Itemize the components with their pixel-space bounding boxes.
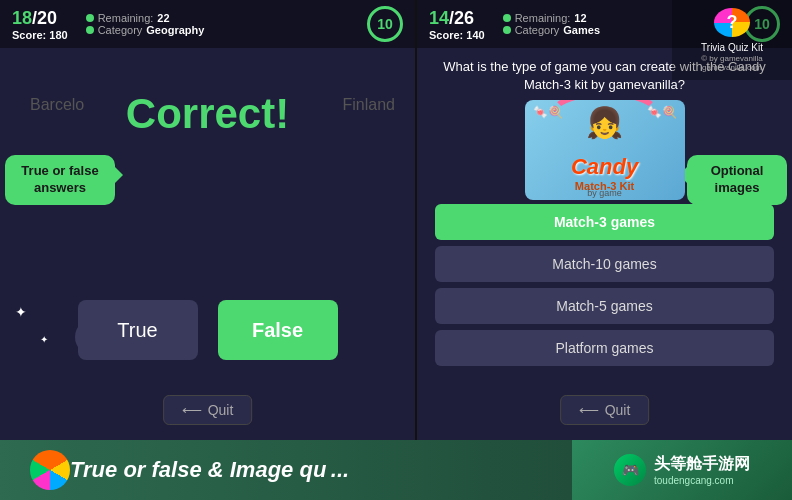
left-remaining-row: Remaining: 22 (86, 12, 205, 24)
chinese-logo-icon: 🎮 (622, 462, 639, 478)
chinese-logo-circle: 🎮 (614, 454, 646, 486)
quit-icon-left: ⟵ (182, 402, 202, 418)
answer-option-0[interactable]: Match-3 games (435, 204, 774, 240)
star-deco-2: ✦ (40, 334, 48, 345)
left-score-fraction: 18/20 (12, 8, 68, 29)
true-false-buttons: True False (78, 300, 338, 360)
remaining-dot-icon (86, 14, 94, 22)
right-remaining-row: Remaining: 12 (503, 12, 600, 24)
chinese-overlay: 🎮 头等舱手游网 toudengcang.com (572, 440, 792, 500)
answer-option-1[interactable]: Match-10 games (435, 246, 774, 282)
left-score-current: 18 (12, 8, 32, 28)
left-score-area: 18/20 Score: 180 (12, 8, 68, 41)
chinese-content: 🎮 头等舱手游网 toudengcang.com (614, 454, 750, 486)
left-top-bar: 18/20 Score: 180 Remaining: 22 Category … (0, 0, 415, 48)
right-category-row: Category Games (503, 24, 600, 36)
left-category-row: Category Geography (86, 24, 205, 36)
tooltip-optional-images: Optional images (687, 155, 787, 205)
quit-icon-right: ⟵ (579, 402, 599, 418)
right-info-area: Remaining: 12 Category Games (503, 12, 600, 36)
correct-banner: Correct! (0, 90, 415, 138)
left-score-label: Score: 180 (12, 29, 68, 41)
trivia-logo-circle: ? (714, 8, 750, 37)
chinese-sub-text: toudengcang.com (654, 475, 750, 486)
right-quit-button[interactable]: ⟵ Quit (560, 395, 650, 425)
answer-options: Match-3 games Match-10 games Match-5 gam… (417, 200, 792, 370)
right-score-current: 14 (429, 8, 449, 28)
left-quit-button[interactable]: ⟵ Quit (163, 395, 253, 425)
trivia-logo-title: Trivia Quiz Kit (701, 41, 763, 54)
right-score-area: 14/26 Score: 140 (429, 8, 485, 41)
right-category-dot (503, 26, 511, 34)
deco-color-circle (30, 450, 70, 490)
right-score-label: Score: 140 (429, 29, 485, 41)
star-deco-1: ✦ (15, 304, 27, 320)
false-button[interactable]: False (218, 300, 338, 360)
right-score-fraction: 14/26 (429, 8, 485, 29)
bottom-text-wrap: True or false & Image qu ... (70, 457, 349, 483)
left-panel: 18/20 Score: 180 Remaining: 22 Category … (0, 0, 415, 440)
tooltip-true-false: True or false answers (5, 155, 115, 205)
candy-title: Candy (525, 154, 685, 180)
bottom-bar-text-suffix: ... (331, 457, 349, 482)
fruit-deco-right: 🍬🍭 (647, 105, 677, 119)
candy-by-label: by game (525, 188, 685, 198)
left-timer: 10 (367, 6, 403, 42)
left-score-total: /20 (32, 8, 57, 28)
game-image: 🍬🍭 🍬🍭 👧 Candy Match-3 Kit by game (525, 100, 685, 200)
answer-option-3[interactable]: Platform games (435, 330, 774, 366)
trivia-logo-website: gamevanilla.com (702, 63, 762, 72)
bottom-bar-text: True or false & Image qu (70, 457, 326, 482)
bottom-bar: True or false & Image qu ... ? 🎮 头等舱手游网 … (0, 440, 792, 500)
category-dot-icon (86, 26, 94, 34)
right-remaining-dot (503, 14, 511, 22)
true-button[interactable]: True (78, 300, 198, 360)
right-panel: ? Trivia Quiz Kit © by gamevanilla gamev… (415, 0, 792, 440)
chinese-text-block: 头等舱手游网 toudengcang.com (654, 454, 750, 486)
chinese-main-text: 头等舱手游网 (654, 454, 750, 475)
candy-character: 👧 (586, 105, 623, 140)
trivia-logo-byline: © by gamevanilla (701, 54, 762, 63)
right-score-total: /26 (449, 8, 474, 28)
fruit-deco-left: 🍬🍭 (533, 105, 563, 119)
answer-option-2[interactable]: Match-5 games (435, 288, 774, 324)
left-info-area: Remaining: 22 Category Geography (86, 12, 205, 36)
trivia-logo: ? Trivia Quiz Kit © by gamevanilla gamev… (672, 0, 792, 80)
